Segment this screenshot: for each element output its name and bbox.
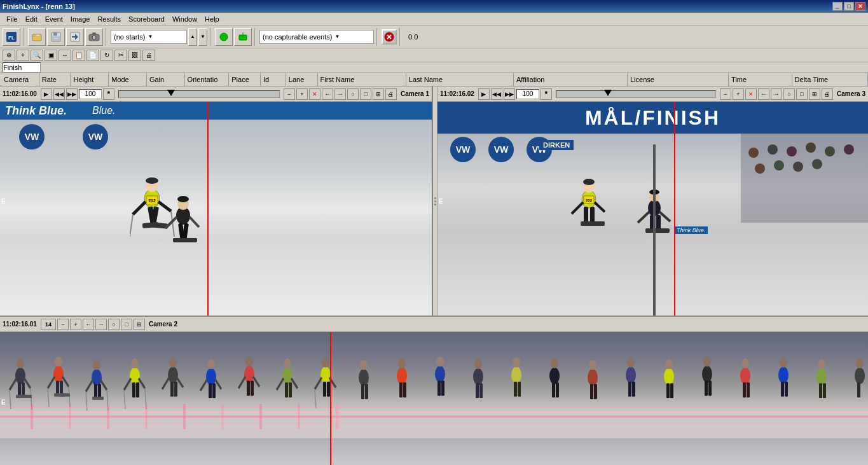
cam1-prev-btn[interactable]: ◀◀ [53, 88, 65, 100]
cam1-next-btn[interactable]: ▶▶ [66, 88, 78, 100]
cam1-circle-btn[interactable]: ○ [347, 88, 359, 100]
camera3-panel: 11:02:16.02 ▶ ◀◀ ▶▶ * − + ✕ ← → ○ □ ⊞ 🖨 … [437, 87, 868, 316]
camera2-red-line [330, 332, 331, 465]
starts-up-btn[interactable]: ▲ [188, 28, 197, 46]
camera2-name: Camera 2 [149, 321, 177, 328]
crop-btn[interactable]: ✂ [114, 50, 127, 61]
menu-results[interactable]: Results [93, 14, 125, 24]
paste-btn[interactable]: 📄 [86, 50, 99, 61]
close-button[interactable]: ✕ [855, 2, 865, 11]
save-btn[interactable] [47, 28, 65, 46]
cam3-rect-btn[interactable]: □ [796, 88, 808, 100]
cam1-minus-btn[interactable]: − [284, 88, 295, 100]
refresh-btn[interactable]: ↻ [100, 50, 113, 61]
cam1-export-btn[interactable]: ⊞ [373, 88, 384, 100]
svg-point-53 [583, 179, 595, 185]
col-headers: Camera Rate Height Mode Gain Orientatio … [0, 73, 868, 86]
cam2-right-btn[interactable]: → [95, 319, 107, 330]
arrow-btn[interactable]: ↔ [59, 50, 71, 61]
menu-event[interactable]: Event [41, 14, 67, 24]
cam3-spectators-svg [741, 134, 868, 223]
menu-window[interactable]: Window [169, 14, 201, 24]
cam3-next-btn[interactable]: ▶▶ [504, 88, 515, 100]
svg-line-136 [315, 378, 322, 389]
camera1-slider[interactable] [118, 90, 280, 98]
cam2-rect-btn[interactable]: □ [121, 319, 132, 330]
cam3-plus-btn[interactable]: + [733, 88, 744, 100]
import-btn[interactable] [66, 28, 84, 46]
splitter-dot2 [434, 200, 436, 202]
cam3-play-btn[interactable]: ▶ [478, 88, 490, 100]
camera1-red-line [207, 102, 209, 316]
starts-dropdown[interactable]: (no starts) ▼ [111, 30, 187, 44]
menu-edit[interactable]: Edit [22, 14, 41, 24]
open-btn[interactable] [28, 28, 46, 46]
green-rect-btn[interactable] [234, 28, 252, 46]
menu-image[interactable]: Image [67, 14, 94, 24]
svg-rect-153 [476, 384, 479, 399]
cam1-left-btn[interactable]: ← [322, 88, 333, 100]
starts-down-btn[interactable]: ▼ [198, 28, 207, 46]
camera3-zoom[interactable] [516, 89, 539, 99]
cam1-print-btn[interactable]: 🖨 [385, 88, 397, 100]
starts-dropdown-arrow[interactable]: ▼ [148, 34, 153, 39]
cam3-left-btn[interactable]: ← [758, 88, 769, 100]
cam3-right-btn[interactable]: → [771, 88, 782, 100]
svg-point-139 [359, 370, 369, 386]
camera-settings-btn[interactable] [85, 28, 103, 46]
camera1-zoom[interactable] [79, 89, 102, 99]
events-dropdown-arrow[interactable]: ▼ [334, 34, 340, 39]
svg-point-114 [206, 368, 216, 385]
image-export-btn[interactable]: 🖼 [128, 50, 141, 61]
svg-rect-170 [632, 382, 635, 397]
green-dot-btn[interactable] [215, 28, 233, 46]
plus-btn[interactable]: + [17, 50, 29, 61]
cam2-export-btn[interactable]: ⊞ [134, 319, 145, 330]
magnify-btn[interactable]: 🔍 [31, 50, 43, 61]
cam3-circle-btn[interactable]: ○ [783, 88, 795, 100]
cam1-plus-btn[interactable]: + [296, 88, 308, 100]
camera3-slider[interactable] [556, 90, 716, 98]
svg-point-121 [245, 357, 253, 367]
cam2-zoom-btn[interactable]: 14 [41, 319, 56, 330]
svg-rect-128 [285, 383, 288, 398]
events-dropdown[interactable]: (no capturable events) ▼ [259, 30, 374, 44]
col-gain: Gain [147, 73, 185, 86]
cam3-zoom-in-btn[interactable]: * [541, 88, 552, 100]
svg-line-59 [595, 202, 605, 212]
finishlynx-logo-btn[interactable]: FL [3, 28, 20, 46]
cam3-minus-btn[interactable]: − [720, 88, 731, 100]
svg-point-156 [513, 357, 520, 368]
vertical-splitter[interactable] [432, 87, 437, 316]
menu-scoreboard[interactable]: Scoreboard [125, 14, 169, 24]
cam1-x-btn[interactable]: ✕ [309, 88, 320, 100]
svg-point-50 [812, 159, 822, 169]
menu-file[interactable]: File [3, 14, 22, 24]
cam3-prev-btn[interactable]: ◀◀ [491, 88, 502, 100]
minimize-button[interactable]: _ [832, 2, 843, 11]
svg-point-81 [53, 366, 64, 383]
menu-help[interactable]: Help [201, 14, 223, 24]
copy-btn[interactable]: 📋 [72, 50, 85, 61]
cam2-circle-btn[interactable]: ○ [108, 319, 120, 330]
camera-label-input[interactable] [3, 62, 41, 73]
maximize-button[interactable]: □ [844, 2, 854, 11]
cam2-left-btn[interactable]: ← [83, 319, 94, 330]
cam1-zoom-in-btn[interactable]: * [103, 88, 114, 100]
svg-rect-174 [670, 384, 673, 399]
cam3-x-btn[interactable]: ✕ [745, 88, 757, 100]
cam1-rect-btn[interactable]: □ [360, 88, 371, 100]
cam3-export-btn[interactable]: ⊞ [809, 88, 820, 100]
cam1-play-btn[interactable]: ▶ [41, 88, 52, 100]
crosshair-btn[interactable]: ⊕ [3, 50, 15, 61]
cam3-print-btn[interactable]: 🖨 [822, 88, 833, 100]
title-bar-controls[interactable]: _ □ ✕ [832, 2, 865, 11]
box-select-btn[interactable]: ▣ [45, 50, 57, 61]
stop-btn[interactable] [382, 29, 397, 45]
svg-point-34 [177, 196, 189, 202]
main-content: 11:02:16.00 ▶ ◀◀ ▶▶ * − + ✕ ← → ○ □ ⊞ 🖨 … [0, 87, 868, 465]
print-btn[interactable]: 🖨 [142, 50, 155, 61]
cam2-plus-btn[interactable]: + [70, 319, 81, 330]
cam2-minus-btn[interactable]: − [57, 319, 69, 330]
cam1-right-btn[interactable]: → [334, 88, 346, 100]
